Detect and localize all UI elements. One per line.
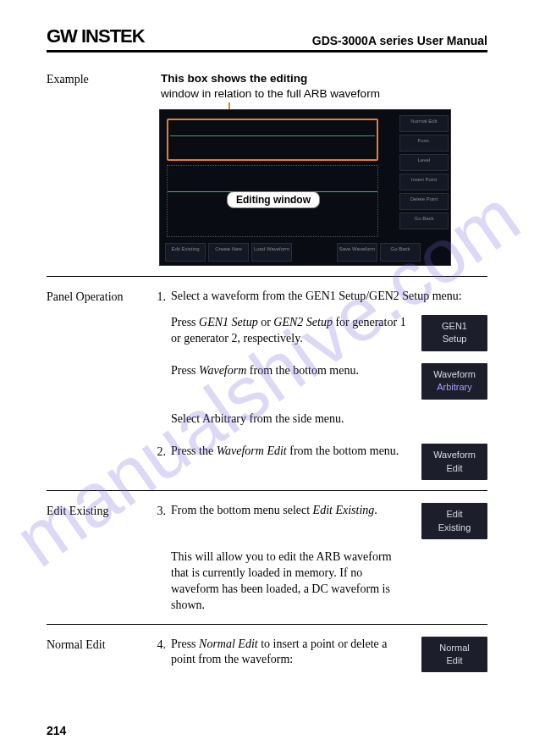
step-number: 2. (152, 444, 171, 459)
step3-description: This will allow you to edit the ARB wave… (171, 549, 487, 614)
step2-text: Press the Waveform Edit from the bottom … (171, 444, 413, 460)
pointer-line (228, 102, 230, 109)
step-number: 4. (152, 637, 171, 652)
step1-press-waveform: Press Waveform from the bottom menu. (171, 363, 413, 379)
bot-btn: Create New (208, 243, 249, 262)
step1-intro: Select a waveform from the GEN1 Setup/GE… (171, 289, 487, 305)
separator (47, 490, 487, 491)
bot-btn: Load Waveform (251, 243, 292, 262)
bot-btn: Save Waveform (337, 243, 377, 262)
section-label-panel-operation: Panel Operation (47, 289, 152, 304)
editing-window-badge: Editing window (227, 191, 320, 208)
example-caption: This box shows the editing window in rel… (161, 71, 487, 101)
arb-window-highlight-box (167, 119, 378, 161)
step1-select-arbitrary: Select Arbitrary from the side menu. (171, 411, 487, 428)
bot-btn: Go Back (380, 243, 421, 262)
manual-title: GDS-3000A series User Manual (312, 34, 487, 47)
waveform-area: Editing window (167, 165, 378, 237)
step4-text: Press Normal Edit to insert a point or d… (171, 637, 413, 669)
gen1-setup-button: GEN1 Setup (421, 315, 487, 351)
step-number: 1. (152, 289, 171, 304)
section-label-edit-existing: Edit Existing (47, 503, 152, 518)
bot-btn: Edit Existing (165, 243, 206, 262)
side-btn: Normal Edit (399, 115, 449, 132)
section-label-normal-edit: Normal Edit (47, 637, 152, 652)
waveform-edit-button: Waveform Edit (421, 444, 487, 480)
oscilloscope-screenshot: Editing window Normal Edit Func. Level I… (159, 109, 451, 266)
side-btn: Delete Point (399, 193, 449, 210)
separator (47, 624, 487, 625)
waveform-arbitrary-button: Waveform Arbitrary (421, 363, 487, 400)
step-number: 3. (152, 503, 171, 518)
brand-logo: GW INSTEK (47, 25, 145, 47)
side-menu: Normal Edit Func. Level Insert Point Del… (399, 115, 449, 260)
side-btn: Go Back (399, 212, 449, 229)
side-btn: Level (399, 154, 449, 171)
side-btn: Func. (399, 135, 449, 152)
side-btn: Insert Point (399, 174, 449, 190)
edit-existing-button: Edit Existing (421, 503, 487, 539)
page-header: GW INSTEK GDS-3000A series User Manual (47, 25, 487, 52)
caption-bold: This box shows the editing (161, 72, 307, 85)
separator (47, 276, 487, 277)
caption-rest: window in relation to the full ARB wavef… (161, 87, 380, 100)
page-number: 214 (47, 724, 66, 737)
bottom-menu: Edit Existing Create New Load Waveform S… (165, 243, 421, 262)
normal-edit-button: Normal Edit (421, 637, 487, 673)
step3-text: From the bottom menu select Edit Existin… (171, 503, 413, 519)
step1-press-gen: Press GEN1 Setup or GEN2 Setup for gener… (171, 315, 413, 347)
section-label-example: Example (47, 71, 152, 86)
